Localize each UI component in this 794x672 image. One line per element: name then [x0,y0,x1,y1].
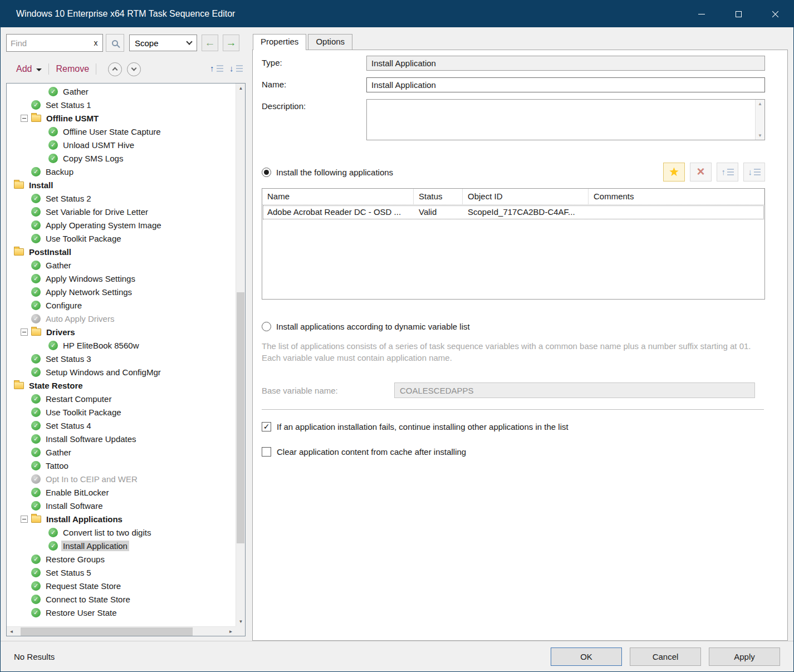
tree-item-install-application[interactable]: ✓Install Application [7,539,236,552]
minimize-button[interactable] [683,1,720,27]
tree-item-set-status-1[interactable]: ✓Set Status 1 [7,98,236,111]
scroll-down-icon[interactable] [236,617,246,626]
tree-item-unload-usmt-hive[interactable]: ✓Unload USMT Hive [7,138,236,151]
search-button[interactable] [106,34,124,52]
tree-item-restart-computer[interactable]: ✓Restart Computer [7,392,236,405]
collapse-all-button[interactable] [108,62,122,76]
tree-item-set-status-3[interactable]: ✓Set Status 3 [7,352,236,365]
tree-item-postinstall[interactable]: PostInstall [7,245,236,258]
description-scrollbar[interactable] [755,100,764,140]
list-lines-icon [217,65,223,72]
tree-item-use-toolkit-package[interactable]: ✓Use Toolkit Package [7,232,236,245]
tree-item-drivers[interactable]: Drivers [7,325,236,339]
tree-item-set-variable-for-drive-letter[interactable]: ✓Set Variable for Drive Letter [7,205,236,218]
tree-expander-icon[interactable] [21,115,28,122]
description-row: Description: [262,99,765,140]
column-header-object-id[interactable]: Object ID [463,189,589,204]
tree-item-tattoo[interactable]: ✓Tattoo [7,459,236,472]
continue-on-fail-row[interactable]: If an application installation fails, co… [262,422,765,431]
expand-all-button[interactable] [127,62,141,76]
tree-expander-icon[interactable] [21,328,28,336]
tree-item-offline-user-state-capture[interactable]: ✓Offline User State Capture [7,125,236,138]
move-up-button[interactable] [209,62,224,76]
close-button[interactable] [757,1,793,27]
application-row[interactable]: Adobe Acrobat Reader DC - OSD ...ValidSc… [262,205,764,220]
find-clear-button[interactable]: x [89,38,102,47]
tab-properties[interactable]: Properties [253,34,306,50]
tree-item-use-toolkit-package[interactable]: ✓Use Toolkit Package [7,405,236,419]
tree-item-gather[interactable]: ✓Gather [7,445,236,459]
check-icon: ✓ [31,194,41,203]
tree-item-set-status-4[interactable]: ✓Set Status 4 [7,419,236,432]
description-field[interactable] [367,100,755,140]
continue-on-fail-checkbox[interactable] [262,422,271,431]
tree-item-set-status-5[interactable]: ✓Set Status 5 [7,566,236,579]
check-icon: ✓ [31,595,41,604]
column-header-status[interactable]: Status [414,189,463,204]
remove-button[interactable]: Remove [56,64,89,74]
tree-item-apply-operating-system-image[interactable]: ✓Apply Operating System Image [7,218,236,232]
tree-horizontal-scrollbar[interactable] [7,626,236,636]
tree-item-copy-sms-logs[interactable]: ✓Copy SMS Logs [7,151,236,165]
scope-dropdown[interactable]: Scope [129,35,197,51]
find-next-button[interactable]: → [223,35,239,51]
cancel-button[interactable]: Cancel [630,648,701,666]
tree-item-restore-groups[interactable]: ✓Restore Groups [7,552,236,566]
tab-options[interactable]: Options [308,34,352,50]
ok-button[interactable]: OK [551,648,622,666]
scroll-up-icon[interactable] [236,84,246,93]
tree-item-connect-to-state-store[interactable]: ✓Connect to State Store [7,592,236,606]
tree-item-install-software-updates[interactable]: ✓Install Software Updates [7,432,236,445]
window-controls [683,1,793,27]
tree-item-backup[interactable]: ✓Backup [7,165,236,178]
find-input[interactable] [7,38,89,48]
tree-item-configure[interactable]: ✓Configure [7,298,236,312]
add-button[interactable]: Add [16,64,42,74]
move-down-button[interactable] [229,62,243,76]
clear-cache-checkbox[interactable] [262,447,271,457]
tree-item-gather[interactable]: ✓Gather [7,258,236,272]
find-previous-button[interactable]: ← [202,35,218,51]
scroll-track[interactable] [16,627,226,636]
install-following-radio[interactable] [262,168,271,177]
install-following-radio-row[interactable]: Install the following applications [262,168,393,177]
scroll-left-icon[interactable] [7,627,16,636]
scroll-thumb[interactable] [21,627,193,636]
tree-item-state-restore[interactable]: State Restore [7,379,236,392]
column-header-comments[interactable]: Comments [589,189,764,204]
tree-item-gather[interactable]: ✓Gather [7,85,236,98]
tree-item-request-state-store[interactable]: ✓Request State Store [7,579,236,592]
tree-item-hp-elitebook-8560w[interactable]: ✓HP EliteBook 8560w [7,339,236,352]
tree-item-enable-bitlocker[interactable]: ✓Enable BitLocker [7,485,236,499]
delete-application-button[interactable]: × [690,163,712,182]
tree-item-setup-windows-and-configmgr[interactable]: ✓Setup Windows and ConfigMgr [7,365,236,379]
dynamic-variable-radio[interactable] [262,322,271,331]
tree-item-install-software[interactable]: ✓Install Software [7,499,236,512]
tree-item-apply-windows-settings[interactable]: ✓Apply Windows Settings [7,272,236,285]
tree-vertical-scrollbar[interactable] [236,84,245,626]
new-application-button[interactable] [663,163,685,182]
tree-item-install-applications[interactable]: Install Applications [7,512,236,526]
scroll-track[interactable] [236,93,245,617]
scroll-right-icon[interactable] [226,627,236,636]
tree-item-auto-apply-drivers[interactable]: ✓Auto Apply Drivers [7,312,236,325]
tree-item-convert-list-to-two-digits[interactable]: ✓Convert list to two digits [7,526,236,539]
tree-item-set-status-2[interactable]: ✓Set Status 2 [7,192,236,205]
scroll-down-icon[interactable] [758,133,762,138]
maximize-button[interactable] [720,1,757,27]
move-application-down-button[interactable] [743,163,765,182]
tree-item-offline-usmt[interactable]: Offline USMT [7,111,236,125]
tree-expander-icon[interactable] [21,516,28,523]
column-header-name[interactable]: Name [262,189,414,204]
name-field[interactable] [366,77,765,92]
move-application-up-button[interactable] [717,163,738,182]
tree-item-restore-user-state[interactable]: ✓Restore User State [7,606,236,619]
tree-item-opt-in-to-ceip-and-wer[interactable]: ✓Opt In to CEIP and WER [7,472,236,485]
tree-item-install[interactable]: Install [7,178,236,192]
scroll-up-icon[interactable] [758,101,762,106]
dynamic-variable-radio-row[interactable]: Install applications according to dynami… [262,322,765,331]
apply-button[interactable]: Apply [709,648,780,666]
clear-cache-row[interactable]: Clear application content from cache aft… [262,447,765,457]
scroll-thumb[interactable] [237,292,244,544]
tree-item-apply-network-settings[interactable]: ✓Apply Network Settings [7,285,236,298]
